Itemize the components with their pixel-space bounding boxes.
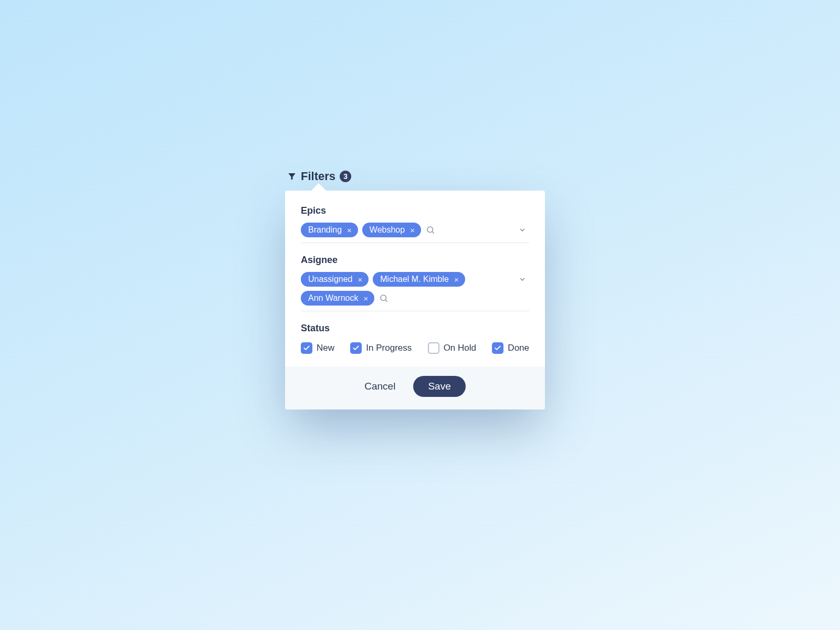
epics-chip: Webshop×: [362, 223, 421, 237]
checkbox-unchecked-icon[interactable]: [428, 342, 439, 354]
chip-label: Ann Warnock: [308, 293, 358, 303]
epics-chip: Branding×: [301, 223, 358, 237]
filter-icon: [287, 172, 297, 181]
epics-search-icon[interactable]: [425, 225, 436, 235]
assignee-chip: Unassigned×: [301, 272, 369, 287]
status-option-label: Done: [508, 343, 529, 353]
status-label: Status: [301, 323, 529, 334]
chip-remove-icon[interactable]: ×: [357, 276, 364, 284]
filters-label: Filters: [301, 170, 335, 183]
filters-popover: Epics Branding×Webshop× Asignee Unassign…: [285, 191, 545, 410]
chip-remove-icon[interactable]: ×: [362, 295, 369, 302]
assignee-chip: Ann Warnock×: [301, 291, 374, 306]
status-option[interactable]: On Hold: [428, 342, 476, 354]
status-option-label: New: [317, 343, 334, 353]
svg-point-2: [381, 295, 386, 301]
save-button[interactable]: Save: [413, 376, 465, 397]
svg-line-1: [432, 232, 434, 233]
svg-point-0: [427, 227, 433, 233]
assignee-search-icon[interactable]: [379, 293, 389, 303]
status-option[interactable]: New: [301, 342, 334, 354]
popover-footer: Cancel Save: [285, 366, 545, 410]
chip-label: Webshop: [370, 225, 405, 235]
chip-remove-icon[interactable]: ×: [453, 276, 460, 284]
assignee-expand[interactable]: [516, 272, 529, 284]
section-epics: Epics Branding×Webshop×: [301, 205, 529, 243]
checkbox-checked-icon[interactable]: [301, 342, 312, 354]
checkbox-checked-icon[interactable]: [350, 342, 362, 354]
filters-count-badge: 3: [340, 171, 351, 182]
assignee-chip: Michael M. Kimble×: [373, 272, 465, 287]
assignee-label: Asignee: [301, 255, 529, 266]
checkbox-checked-icon[interactable]: [492, 342, 503, 354]
chip-remove-icon[interactable]: ×: [409, 226, 416, 234]
section-assignee: Asignee Unassigned×Michael M. Kimble×Ann…: [301, 255, 529, 311]
epics-expand[interactable]: [516, 223, 529, 234]
section-status: Status NewIn ProgressOn HoldDone: [301, 323, 529, 354]
status-option[interactable]: Done: [492, 342, 529, 354]
status-option-label: On Hold: [444, 343, 476, 353]
status-option[interactable]: In Progress: [350, 342, 412, 354]
chip-label: Branding: [308, 225, 342, 235]
svg-line-3: [386, 300, 387, 301]
chip-remove-icon[interactable]: ×: [346, 226, 353, 234]
status-option-label: In Progress: [366, 343, 412, 353]
epics-label: Epics: [301, 205, 529, 216]
chip-label: Michael M. Kimble: [380, 275, 449, 284]
chip-label: Unassigned: [308, 275, 353, 284]
cancel-button[interactable]: Cancel: [364, 381, 395, 392]
